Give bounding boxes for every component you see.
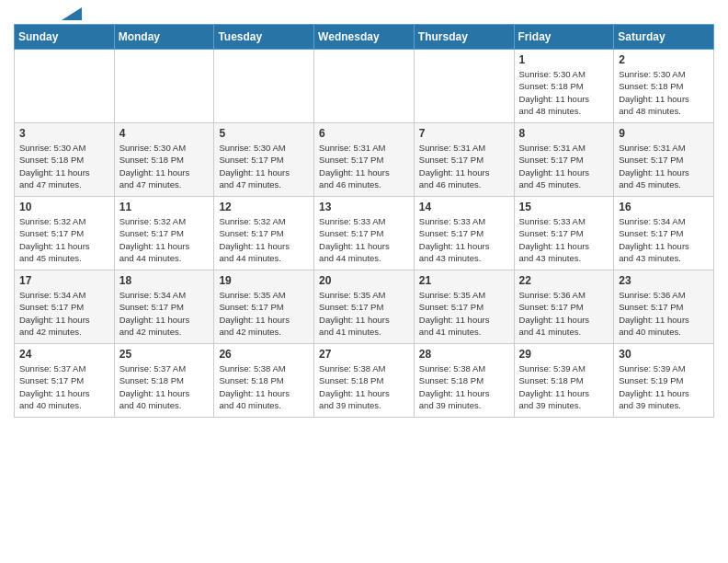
- day-cell: 19Sunrise: 5:35 AMSunset: 5:17 PMDayligh…: [214, 270, 314, 344]
- day-info: Sunrise: 5:30 AMSunset: 5:18 PMDaylight:…: [619, 68, 709, 117]
- day-number: 20: [319, 274, 409, 287]
- day-cell: [114, 50, 214, 123]
- week-row-4: 17Sunrise: 5:34 AMSunset: 5:17 PMDayligh…: [15, 270, 714, 344]
- page: SundayMondayTuesdayWednesdayThursdayFrid…: [0, 0, 728, 431]
- day-cell: 29Sunrise: 5:39 AMSunset: 5:18 PMDayligh…: [514, 344, 614, 418]
- week-row-5: 24Sunrise: 5:37 AMSunset: 5:17 PMDayligh…: [15, 344, 714, 418]
- day-info: Sunrise: 5:31 AMSunset: 5:17 PMDaylight:…: [619, 142, 709, 190]
- day-number: 23: [619, 274, 709, 287]
- day-info: Sunrise: 5:33 AMSunset: 5:17 PMDaylight:…: [519, 215, 609, 264]
- day-cell: 4Sunrise: 5:30 AMSunset: 5:18 PMDaylight…: [114, 123, 214, 197]
- week-row-3: 10Sunrise: 5:32 AMSunset: 5:17 PMDayligh…: [15, 197, 714, 270]
- day-info: Sunrise: 5:34 AMSunset: 5:17 PMDaylight:…: [119, 289, 210, 338]
- day-cell: 21Sunrise: 5:35 AMSunset: 5:17 PMDayligh…: [414, 270, 514, 344]
- logo-icon: [62, 7, 82, 20]
- weekday-header-thursday: Thursday: [414, 25, 514, 50]
- day-info: Sunrise: 5:34 AMSunset: 5:17 PMDaylight:…: [19, 289, 109, 338]
- day-number: 19: [219, 274, 309, 287]
- day-info: Sunrise: 5:36 AMSunset: 5:17 PMDaylight:…: [519, 289, 609, 338]
- day-number: 2: [619, 53, 709, 66]
- day-cell: 17Sunrise: 5:34 AMSunset: 5:17 PMDayligh…: [15, 270, 115, 344]
- day-cell: 2Sunrise: 5:30 AMSunset: 5:18 PMDaylight…: [614, 50, 714, 123]
- day-number: 8: [519, 127, 609, 140]
- day-info: Sunrise: 5:39 AMSunset: 5:19 PMDaylight:…: [619, 362, 709, 411]
- day-number: 9: [619, 127, 709, 140]
- day-info: Sunrise: 5:32 AMSunset: 5:17 PMDaylight:…: [219, 215, 309, 264]
- day-info: Sunrise: 5:30 AMSunset: 5:18 PMDaylight:…: [519, 68, 609, 117]
- day-info: Sunrise: 5:31 AMSunset: 5:17 PMDaylight:…: [519, 142, 609, 190]
- day-cell: 6Sunrise: 5:31 AMSunset: 5:17 PMDaylight…: [314, 123, 415, 197]
- day-number: 30: [619, 348, 709, 361]
- day-number: 14: [419, 201, 509, 213]
- day-info: Sunrise: 5:36 AMSunset: 5:17 PMDaylight:…: [619, 289, 709, 338]
- day-cell: 26Sunrise: 5:38 AMSunset: 5:18 PMDayligh…: [214, 344, 314, 418]
- day-cell: 3Sunrise: 5:30 AMSunset: 5:18 PMDaylight…: [15, 123, 115, 197]
- day-cell: [214, 50, 314, 123]
- day-cell: 1Sunrise: 5:30 AMSunset: 5:18 PMDaylight…: [514, 50, 614, 123]
- day-number: 1: [519, 53, 609, 66]
- day-info: Sunrise: 5:35 AMSunset: 5:17 PMDaylight:…: [319, 289, 409, 338]
- day-cell: 14Sunrise: 5:33 AMSunset: 5:17 PMDayligh…: [414, 197, 514, 270]
- day-info: Sunrise: 5:32 AMSunset: 5:17 PMDaylight:…: [19, 215, 109, 264]
- day-cell: [414, 50, 514, 123]
- day-number: 26: [219, 348, 309, 361]
- day-number: 7: [419, 127, 509, 140]
- day-number: 17: [19, 274, 109, 287]
- day-cell: 24Sunrise: 5:37 AMSunset: 5:17 PMDayligh…: [15, 344, 115, 418]
- day-info: Sunrise: 5:31 AMSunset: 5:17 PMDaylight:…: [319, 142, 409, 190]
- week-row-1: 1Sunrise: 5:30 AMSunset: 5:18 PMDaylight…: [15, 50, 714, 123]
- weekday-header-monday: Monday: [114, 25, 214, 50]
- day-cell: 23Sunrise: 5:36 AMSunset: 5:17 PMDayligh…: [614, 270, 714, 344]
- day-cell: 22Sunrise: 5:36 AMSunset: 5:17 PMDayligh…: [514, 270, 614, 344]
- day-info: Sunrise: 5:37 AMSunset: 5:18 PMDaylight:…: [119, 362, 210, 411]
- svg-marker-0: [62, 7, 82, 20]
- day-info: Sunrise: 5:33 AMSunset: 5:17 PMDaylight:…: [419, 215, 509, 264]
- day-number: 11: [119, 201, 210, 213]
- day-cell: 8Sunrise: 5:31 AMSunset: 5:17 PMDaylight…: [514, 123, 614, 197]
- day-number: 4: [119, 127, 210, 140]
- day-cell: 25Sunrise: 5:37 AMSunset: 5:18 PMDayligh…: [114, 344, 214, 418]
- day-info: Sunrise: 5:38 AMSunset: 5:18 PMDaylight:…: [419, 362, 509, 411]
- day-number: 6: [319, 127, 409, 140]
- day-cell: 20Sunrise: 5:35 AMSunset: 5:17 PMDayligh…: [314, 270, 415, 344]
- day-cell: 12Sunrise: 5:32 AMSunset: 5:17 PMDayligh…: [214, 197, 314, 270]
- day-cell: 30Sunrise: 5:39 AMSunset: 5:19 PMDayligh…: [614, 344, 714, 418]
- day-cell: 7Sunrise: 5:31 AMSunset: 5:17 PMDaylight…: [414, 123, 514, 197]
- day-number: 13: [319, 201, 409, 213]
- week-row-2: 3Sunrise: 5:30 AMSunset: 5:18 PMDaylight…: [15, 123, 714, 197]
- weekday-header-friday: Friday: [514, 25, 614, 50]
- day-info: Sunrise: 5:35 AMSunset: 5:17 PMDaylight:…: [419, 289, 509, 338]
- day-info: Sunrise: 5:30 AMSunset: 5:18 PMDaylight:…: [119, 142, 210, 190]
- day-number: 27: [319, 348, 409, 361]
- day-cell: 13Sunrise: 5:33 AMSunset: 5:17 PMDayligh…: [314, 197, 415, 270]
- day-info: Sunrise: 5:30 AMSunset: 5:17 PMDaylight:…: [219, 142, 309, 190]
- day-number: 18: [119, 274, 210, 287]
- day-number: 3: [19, 127, 109, 140]
- day-cell: 10Sunrise: 5:32 AMSunset: 5:17 PMDayligh…: [15, 197, 115, 270]
- day-cell: 9Sunrise: 5:31 AMSunset: 5:17 PMDaylight…: [614, 123, 714, 197]
- day-number: 28: [419, 348, 509, 361]
- day-number: 25: [119, 348, 210, 361]
- day-number: 29: [519, 348, 609, 361]
- weekday-header-wednesday: Wednesday: [314, 25, 415, 50]
- weekday-header-sunday: Sunday: [15, 25, 115, 50]
- day-number: 10: [19, 201, 109, 213]
- header: [14, 9, 714, 17]
- day-number: 24: [19, 348, 109, 361]
- day-info: Sunrise: 5:33 AMSunset: 5:17 PMDaylight:…: [319, 215, 409, 264]
- day-info: Sunrise: 5:35 AMSunset: 5:17 PMDaylight:…: [219, 289, 309, 338]
- day-cell: 15Sunrise: 5:33 AMSunset: 5:17 PMDayligh…: [514, 197, 614, 270]
- day-cell: 16Sunrise: 5:34 AMSunset: 5:17 PMDayligh…: [614, 197, 714, 270]
- day-number: 22: [519, 274, 609, 287]
- day-info: Sunrise: 5:31 AMSunset: 5:17 PMDaylight:…: [419, 142, 509, 190]
- day-info: Sunrise: 5:30 AMSunset: 5:18 PMDaylight:…: [19, 142, 109, 190]
- day-number: 5: [219, 127, 309, 140]
- day-info: Sunrise: 5:38 AMSunset: 5:18 PMDaylight:…: [219, 362, 309, 411]
- day-cell: 18Sunrise: 5:34 AMSunset: 5:17 PMDayligh…: [114, 270, 214, 344]
- day-number: 12: [219, 201, 309, 213]
- day-cell: [314, 50, 415, 123]
- day-info: Sunrise: 5:34 AMSunset: 5:17 PMDaylight:…: [619, 215, 709, 264]
- day-number: 15: [519, 201, 609, 213]
- day-cell: 28Sunrise: 5:38 AMSunset: 5:18 PMDayligh…: [414, 344, 514, 418]
- day-info: Sunrise: 5:39 AMSunset: 5:18 PMDaylight:…: [519, 362, 609, 411]
